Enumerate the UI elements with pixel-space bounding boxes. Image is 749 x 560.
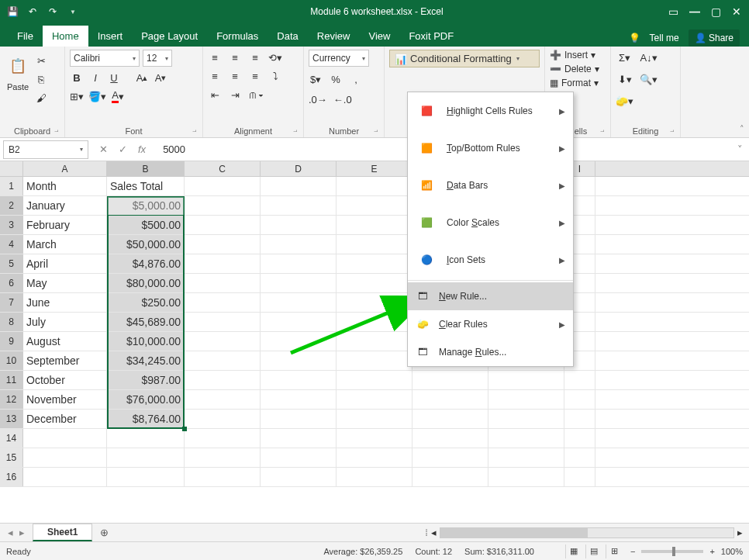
cancel-formula-icon[interactable]: ✕: [99, 143, 108, 155]
cell[interactable]: [185, 177, 261, 195]
cell[interactable]: [261, 254, 337, 273]
font-name-combo[interactable]: Calibri▾: [70, 50, 140, 67]
cell[interactable]: [185, 254, 261, 273]
cell[interactable]: February: [23, 216, 107, 234]
format-cells-button[interactable]: ▦Format ▾: [550, 78, 606, 88]
add-sheet-button[interactable]: ⊕: [92, 527, 116, 538]
cell[interactable]: [412, 371, 488, 389]
cell[interactable]: [185, 429, 261, 448]
format-painter-icon[interactable]: 🖌: [34, 90, 48, 105]
cell[interactable]: [261, 216, 337, 234]
cell[interactable]: April: [23, 254, 107, 273]
row-header[interactable]: 15: [0, 448, 23, 467]
cell[interactable]: $8,764.00: [107, 410, 185, 428]
sheet-tab[interactable]: Sheet1: [33, 524, 92, 541]
cell[interactable]: [185, 390, 261, 409]
row-header[interactable]: 8: [0, 313, 23, 331]
cell[interactable]: November: [23, 390, 107, 409]
orientation-icon[interactable]: ⟲▾: [268, 50, 282, 65]
ribbon-display-icon[interactable]: ▭: [668, 5, 678, 18]
row-header[interactable]: 5: [0, 254, 23, 273]
cell[interactable]: [337, 177, 412, 195]
sort-filter-icon[interactable]: A↓▾: [640, 50, 658, 65]
increase-indent-icon[interactable]: ⇥: [228, 87, 242, 102]
cell[interactable]: [261, 429, 337, 448]
cf-manage-rules[interactable]: 🗔 Manage Rules...: [408, 338, 573, 366]
cell[interactable]: [185, 371, 261, 389]
tab-formulas[interactable]: Formulas: [207, 26, 268, 47]
minimize-icon[interactable]: —: [689, 5, 700, 18]
cell[interactable]: [337, 196, 412, 215]
increase-font-icon[interactable]: A▴: [135, 70, 149, 85]
tab-review[interactable]: Review: [308, 26, 360, 47]
cell[interactable]: [412, 468, 488, 486]
cell[interactable]: $45,689.00: [107, 313, 185, 331]
align-left-icon[interactable]: ≡: [208, 68, 222, 84]
column-header-C[interactable]: C: [185, 161, 261, 176]
cell[interactable]: [185, 351, 261, 370]
cell[interactable]: [107, 468, 185, 486]
cell[interactable]: January: [23, 196, 107, 215]
row-header[interactable]: 14: [0, 429, 23, 448]
cell[interactable]: [185, 293, 261, 312]
cf-highlight-cells-rules[interactable]: 🟥 Highlight Cells Rules ▶: [408, 92, 573, 130]
column-header-D[interactable]: D: [261, 161, 337, 176]
cell[interactable]: $80,000.00: [107, 274, 185, 292]
cell[interactable]: December: [23, 410, 107, 428]
cell[interactable]: $10,000.00: [107, 332, 185, 351]
save-icon[interactable]: 💾: [6, 5, 19, 18]
tellme-label[interactable]: Tell me: [650, 33, 679, 43]
cell[interactable]: $987.00: [107, 371, 185, 389]
cell[interactable]: [261, 196, 337, 215]
row-header[interactable]: 6: [0, 274, 23, 292]
share-button[interactable]: 👤 Share: [689, 29, 740, 47]
cell[interactable]: $250.00: [107, 293, 185, 312]
cell[interactable]: $50,000.00: [107, 235, 185, 254]
cell[interactable]: [23, 429, 107, 448]
percent-format-icon[interactable]: %: [329, 71, 343, 87]
cell[interactable]: [185, 332, 261, 351]
enter-formula-icon[interactable]: ✓: [119, 143, 127, 155]
row-header[interactable]: 9: [0, 332, 23, 351]
normal-view-icon[interactable]: ▦: [565, 544, 582, 558]
maximize-icon[interactable]: ▢: [711, 5, 721, 18]
cell[interactable]: Sales Total: [107, 177, 185, 195]
row-header[interactable]: 7: [0, 293, 23, 312]
row-header[interactable]: 13: [0, 410, 23, 428]
find-select-icon[interactable]: 🔍▾: [640, 71, 658, 87]
cell[interactable]: [412, 410, 488, 428]
cell[interactable]: [337, 371, 412, 389]
cell[interactable]: [23, 468, 107, 486]
row-header[interactable]: 4: [0, 235, 23, 254]
zoom-in-icon[interactable]: +: [709, 547, 714, 556]
tab-view[interactable]: View: [359, 26, 399, 47]
cell[interactable]: [261, 177, 337, 195]
zoom-slider[interactable]: [641, 550, 703, 553]
cell[interactable]: [564, 371, 595, 389]
cell[interactable]: [337, 429, 412, 448]
cell[interactable]: [337, 254, 412, 273]
row-header[interactable]: 12: [0, 390, 23, 409]
cell[interactable]: [337, 468, 412, 486]
cell[interactable]: [23, 448, 107, 467]
borders-icon[interactable]: ⊞▾: [70, 88, 84, 104]
cell[interactable]: June: [23, 293, 107, 312]
cell[interactable]: [564, 410, 595, 428]
decrease-font-icon[interactable]: A▾: [154, 70, 167, 85]
cell[interactable]: $500.00: [107, 216, 185, 234]
cell[interactable]: [185, 448, 261, 467]
cell[interactable]: [337, 448, 412, 467]
cell[interactable]: [261, 390, 337, 409]
tab-insert[interactable]: Insert: [88, 26, 133, 47]
cell[interactable]: [564, 390, 595, 409]
tab-page-layout[interactable]: Page Layout: [132, 26, 207, 47]
qat-customize-icon[interactable]: ▼: [67, 5, 79, 18]
page-layout-view-icon[interactable]: ▤: [585, 544, 602, 558]
row-header[interactable]: 10: [0, 351, 23, 370]
scroll-right-icon[interactable]: ▸: [737, 527, 743, 538]
row-header[interactable]: 11: [0, 371, 23, 389]
align-top-icon[interactable]: ≡: [208, 50, 222, 65]
fill-handle[interactable]: [182, 427, 187, 431]
cf-top-bottom-rules[interactable]: 🟧 Top/Bottom Rules ▶: [408, 130, 573, 167]
clear-icon[interactable]: 🧽▾: [616, 93, 633, 109]
